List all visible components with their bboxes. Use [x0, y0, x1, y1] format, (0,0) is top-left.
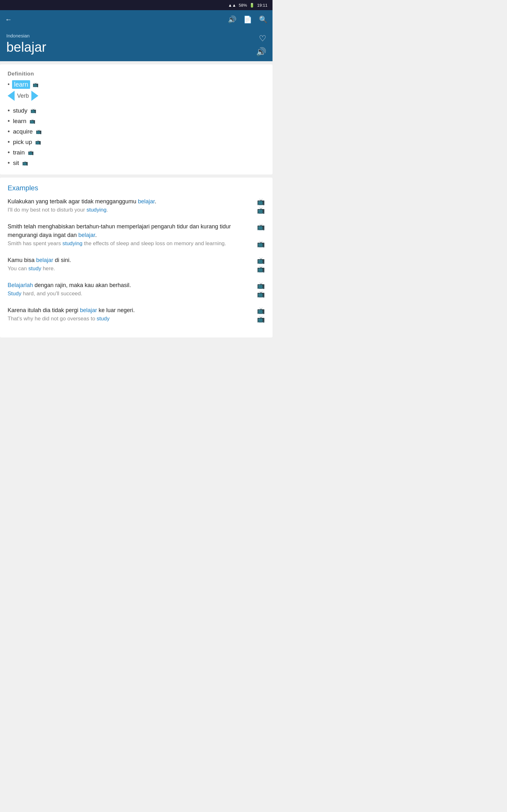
example-speaker-5a[interactable]: 📺 [257, 307, 265, 314]
time-display: 19:11 [257, 3, 268, 8]
example-block-4: Belajarlah dengan rajin, maka kau akan b… [8, 281, 265, 299]
list-item: pick up 📺 [8, 137, 265, 147]
example-link-word[interactable]: study [29, 265, 42, 271]
example-row-english-2: Smith has spent years studying the effec… [8, 240, 265, 248]
example-row-indonesian-2: Smith telah menghabiskan bertahun-tahun … [8, 222, 265, 240]
list-item: learn 📺 [8, 116, 265, 126]
synonym-speaker-learn[interactable]: 📺 [30, 118, 36, 124]
wifi-icon: ▲▲ [228, 3, 236, 8]
battery-icon: 🔋 [249, 3, 255, 8]
example-row-english-5: That's why he did not go overseas to stu… [8, 315, 265, 323]
verb-arrow-right-icon [32, 91, 38, 101]
synonym-word: acquire [13, 128, 33, 135]
examples-card: Examples Kulakukan yang terbaik agar tid… [0, 177, 273, 338]
synonym-word: pick up [13, 139, 32, 146]
bullet-main: • [8, 81, 9, 88]
example-indonesian-text-3: Kamu bisa belajar di sini. [8, 256, 254, 264]
example-block-3: Kamu bisa belajar di sini. 📺 You can stu… [8, 256, 265, 274]
verb-arrow-left-icon [8, 91, 14, 101]
volume-button[interactable]: 🔊 [228, 15, 236, 24]
word-header: Indonesian belajar ♡ 🔊 [0, 29, 273, 61]
example-row-indonesian-5: Karena itulah dia tidak pergi belajar ke… [8, 306, 265, 315]
synonym-word: train [13, 149, 25, 156]
list-item: acquire 📺 [8, 126, 265, 137]
example-row-english-1: I'll do my best not to disturb your stud… [8, 206, 265, 214]
example-link-word[interactable]: Belajarlah [8, 282, 33, 288]
example-link-word[interactable]: study [97, 316, 110, 322]
battery-level: 58% [239, 3, 247, 8]
example-link-word[interactable]: belajar [36, 257, 53, 263]
word-speaker-button[interactable]: 🔊 [256, 47, 266, 57]
synonym-word: learn [13, 118, 26, 125]
main-definition-row: • learn 📺 [8, 80, 265, 89]
example-speaker-4a[interactable]: 📺 [257, 282, 265, 289]
example-indonesian-text-4: Belajarlah dengan rajin, maka kau akan b… [8, 281, 254, 290]
list-item: sit 📺 [8, 158, 265, 168]
example-row-english-4: Study hard, and you'll succeed. 📺 [8, 290, 265, 298]
back-button[interactable]: ← [5, 15, 12, 24]
example-english-text-2: Smith has spent years studying the effec… [8, 240, 254, 248]
main-word-highlighted: learn [12, 80, 30, 89]
example-speaker-4b[interactable]: 📺 [257, 290, 265, 298]
example-speaker-1b[interactable]: 📺 [257, 206, 265, 214]
verb-row: Verb [8, 91, 265, 101]
list-item: study 📺 [8, 105, 265, 116]
definition-section-title: Definition [8, 71, 265, 77]
example-link-word[interactable]: studying [62, 241, 82, 247]
example-block-2: Smith telah menghabiskan bertahun-tahun … [8, 222, 265, 249]
main-word-speaker[interactable]: 📺 [33, 82, 39, 88]
example-block-5: Karena itulah dia tidak pergi belajar ke… [8, 306, 265, 324]
example-link-word[interactable]: studying [87, 207, 107, 213]
example-indonesian-text-2: Smith telah menghabiskan bertahun-tahun … [8, 222, 254, 240]
example-row-english-3: You can study here. 📺 [8, 264, 265, 273]
example-row-indonesian-1: Kulakukan yang terbaik agar tidak mengga… [8, 197, 265, 206]
example-speaker-3a[interactable]: 📺 [257, 257, 265, 264]
list-item: train 📺 [8, 147, 265, 158]
example-english-text-3: You can study here. [8, 264, 254, 273]
favorite-button[interactable]: ♡ [259, 34, 266, 44]
example-row-indonesian-3: Kamu bisa belajar di sini. 📺 [8, 256, 265, 264]
synonym-speaker-acquire[interactable]: 📺 [36, 129, 42, 135]
status-bar: ▲▲ 58% 🔋 19:11 [0, 0, 273, 10]
synonym-speaker-study[interactable]: 📺 [31, 108, 37, 113]
example-indonesian-text-1: Kulakukan yang terbaik agar tidak mengga… [8, 197, 254, 206]
example-speaker-2b[interactable]: 📺 [257, 240, 265, 248]
synonym-list: study 📺 learn 📺 acquire 📺 pick up 📺 trai… [8, 105, 265, 168]
example-speaker-2a[interactable]: 📺 [257, 223, 265, 231]
example-speaker-5b[interactable]: 📺 [257, 315, 265, 323]
example-english-text-4: Study hard, and you'll succeed. [8, 290, 254, 298]
example-link-word[interactable]: belajar [80, 307, 97, 313]
nav-bar: ← 🔊 📄 🔍 [0, 10, 273, 29]
example-link-word[interactable]: belajar [78, 232, 95, 238]
example-block-1: Kulakukan yang terbaik agar tidak mengga… [8, 197, 265, 215]
search-button[interactable]: 🔍 [259, 15, 268, 24]
example-link-word[interactable]: Study [8, 291, 21, 297]
example-indonesian-text-5: Karena itulah dia tidak pergi belajar ke… [8, 306, 254, 315]
definition-card: Definition • learn 📺 Verb study 📺 learn … [0, 64, 273, 174]
verb-label: Verb [17, 93, 29, 99]
synonym-word: study [13, 107, 27, 114]
synonym-speaker-sit[interactable]: 📺 [22, 160, 28, 166]
document-button[interactable]: 📄 [243, 15, 252, 24]
synonym-speaker-train[interactable]: 📺 [28, 150, 34, 155]
example-row-indonesian-4: Belajarlah dengan rajin, maka kau akan b… [8, 281, 265, 290]
synonym-speaker-pickup[interactable]: 📺 [35, 139, 41, 145]
example-english-text-1: I'll do my best not to disturb your stud… [8, 206, 254, 214]
language-label: Indonesian [6, 33, 266, 38]
example-speaker-3b[interactable]: 📺 [257, 265, 265, 273]
word-title: belajar [6, 40, 266, 55]
example-english-text-5: That's why he did not go overseas to stu… [8, 315, 254, 323]
synonym-word: sit [13, 159, 19, 166]
example-link-word[interactable]: belajar [138, 198, 155, 205]
examples-section-title: Examples [8, 184, 265, 192]
example-speaker-1a[interactable]: 📺 [257, 198, 265, 206]
